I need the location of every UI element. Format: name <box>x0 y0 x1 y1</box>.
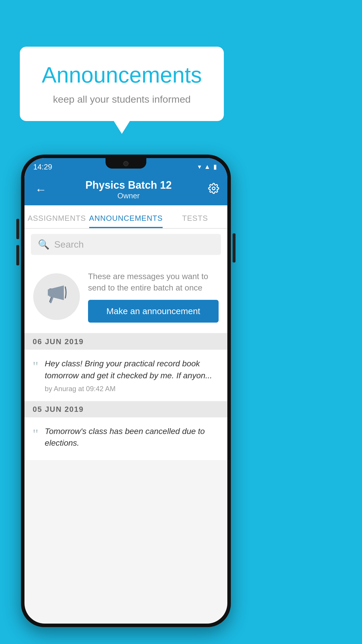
announcement-item-2[interactable]: " Tomorrow's class has been cancelled du… <box>24 417 227 461</box>
phone-frame: 14:29 ▾ ▲ ▮ ← Physics Batch 12 Owner <box>21 155 231 627</box>
search-icon: 🔍 <box>38 239 50 250</box>
phone-notch <box>106 158 146 169</box>
date-separator-1: 06 JUN 2019 <box>24 334 227 350</box>
svg-point-0 <box>212 187 215 190</box>
search-placeholder: Search <box>54 239 84 250</box>
app-bar-subtitle: Owner <box>49 191 208 200</box>
promo-card: These are messages you want to send to t… <box>24 260 227 334</box>
wifi-icon: ▾ <box>198 163 201 171</box>
power-button[interactable] <box>233 233 236 262</box>
promo-right: These are messages you want to send to t… <box>88 271 219 323</box>
app-bar: ← Physics Batch 12 Owner <box>24 174 227 205</box>
promo-description: These are messages you want to send to t… <box>88 271 219 293</box>
status-icons: ▾ ▲ ▮ <box>198 163 217 171</box>
date-separator-2: 05 JUN 2019 <box>24 401 227 417</box>
svg-rect-2 <box>48 289 52 296</box>
settings-button[interactable] <box>208 183 219 197</box>
signal-icon: ▲ <box>204 163 210 171</box>
announcement-content-1: Hey class! Bring your practical record b… <box>45 358 219 393</box>
app-bar-center: Physics Batch 12 Owner <box>49 179 208 200</box>
tabs-bar: ASSIGNMENTS ANNOUNCEMENTS TESTS <box>24 205 227 229</box>
announcement-content-2: Tomorrow's class has been cancelled due … <box>45 426 219 452</box>
status-time: 14:29 <box>33 162 52 172</box>
phone-screen: 14:29 ▾ ▲ ▮ ← Physics Batch 12 Owner <box>24 158 227 624</box>
volume-down-button[interactable] <box>16 245 19 265</box>
back-button[interactable]: ← <box>33 181 49 198</box>
promo-icon-circle <box>33 273 80 320</box>
speech-bubble-subtitle: keep all your students informed <box>37 94 206 105</box>
quote-icon-1: " <box>33 360 38 374</box>
tab-announcements[interactable]: ANNOUNCEMENTS <box>89 214 163 228</box>
announcement-text-2: Tomorrow's class has been cancelled due … <box>45 426 219 449</box>
tab-assignments[interactable]: ASSIGNMENTS <box>24 214 89 228</box>
search-bar[interactable]: 🔍 Search <box>31 234 221 255</box>
search-container: 🔍 Search <box>24 229 227 260</box>
tab-tests[interactable]: TESTS <box>163 214 227 228</box>
speech-bubble-title: Announcements <box>37 63 206 87</box>
make-announcement-button[interactable]: Make an announcement <box>88 300 219 323</box>
front-camera <box>123 161 129 166</box>
battery-icon: ▮ <box>213 163 217 171</box>
volume-up-button[interactable] <box>16 219 19 239</box>
announcement-item-1[interactable]: " Hey class! Bring your practical record… <box>24 350 227 401</box>
announcement-meta-1: by Anurag at 09:42 AM <box>45 385 219 393</box>
announcement-text-1: Hey class! Bring your practical record b… <box>45 358 219 382</box>
app-bar-title: Physics Batch 12 <box>49 179 208 191</box>
megaphone-icon <box>45 283 68 311</box>
speech-bubble: Announcements keep all your students inf… <box>20 47 224 121</box>
quote-icon-2: " <box>33 427 38 441</box>
